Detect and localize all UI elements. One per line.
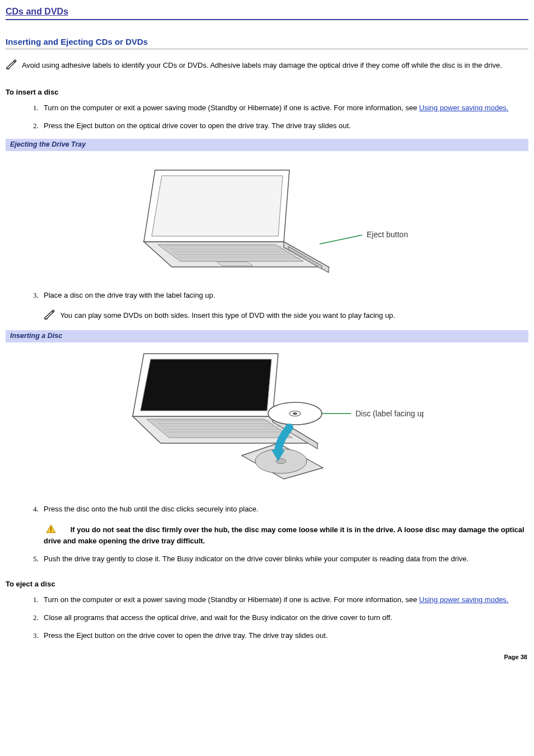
figure1-image: Eject button <box>6 151 528 290</box>
svg-rect-33 <box>50 527 51 530</box>
intro-note: Avoid using adhesive labels to identify … <box>6 59 528 72</box>
handwriting-note-icon <box>44 309 56 322</box>
handwriting-note-icon <box>6 59 18 72</box>
list-item: Place a disc on the drive tray with the … <box>40 290 528 322</box>
step-text: Press the disc onto the hub until the di… <box>44 505 259 513</box>
figure2-caption: Inserting a Disc <box>6 330 528 342</box>
power-saving-modes-link[interactable]: Using power saving modes. <box>419 595 509 604</box>
power-saving-modes-link[interactable]: Using power saving modes. <box>419 104 509 112</box>
svg-point-29 <box>293 412 297 415</box>
step4-warning-text: If you do not seat the disc firmly over … <box>44 525 524 545</box>
figure2-callout: Disc (label facing up) <box>355 409 424 418</box>
step4-warning: If you do not seat the disc firmly over … <box>44 524 528 546</box>
step-text: Turn on the computer or exit a power sav… <box>44 595 419 604</box>
eject-heading: To eject a disc <box>6 579 528 589</box>
page-number: Page 38 <box>504 653 527 661</box>
svg-marker-9 <box>152 176 283 236</box>
insert-steps: Turn on the computer or exit a power sav… <box>6 103 528 131</box>
warning-triangle-icon <box>46 524 56 536</box>
section-title: Inserting and Ejecting CDs or DVDs <box>6 36 528 49</box>
insert-steps-cont2: Press the disc onto the hub until the di… <box>6 504 528 565</box>
list-item: Press the disc onto the hub until the di… <box>40 504 528 547</box>
insert-heading: To insert a disc <box>6 87 528 97</box>
svg-marker-7 <box>217 262 253 266</box>
list-item: Press the Eject button on the drive cove… <box>40 631 528 641</box>
figure2-image: Disc (label facing up) <box>6 342 528 504</box>
step-text: Turn on the computer or exit a power sav… <box>44 104 419 112</box>
step-text: Place a disc on the drive tray with the … <box>44 291 215 299</box>
svg-line-13 <box>320 235 362 244</box>
figure1-caption: Ejecting the Drive Tray <box>6 139 528 151</box>
eject-steps: Turn on the computer or exit a power sav… <box>6 595 528 641</box>
list-item: Press the Eject button on the optical dr… <box>40 121 528 131</box>
svg-marker-22 <box>140 359 271 411</box>
svg-rect-34 <box>50 530 51 532</box>
list-item: Close all programs that access the optic… <box>40 613 528 623</box>
step3-note: You can play some DVDs on both sides. In… <box>44 309 528 322</box>
chapter-title: CDs and DVDs <box>6 6 528 20</box>
intro-note-text: Avoid using adhesive labels to identify … <box>22 61 502 69</box>
list-item: Turn on the computer or exit a power sav… <box>40 595 528 605</box>
list-item: Turn on the computer or exit a power sav… <box>40 103 528 113</box>
list-item: Push the drive tray gently to close it. … <box>40 554 528 564</box>
figure1-callout: Eject button <box>367 230 408 239</box>
step3-note-text: You can play some DVDs on both sides. In… <box>60 311 395 320</box>
insert-steps-cont: Place a disc on the drive tray with the … <box>6 290 528 322</box>
